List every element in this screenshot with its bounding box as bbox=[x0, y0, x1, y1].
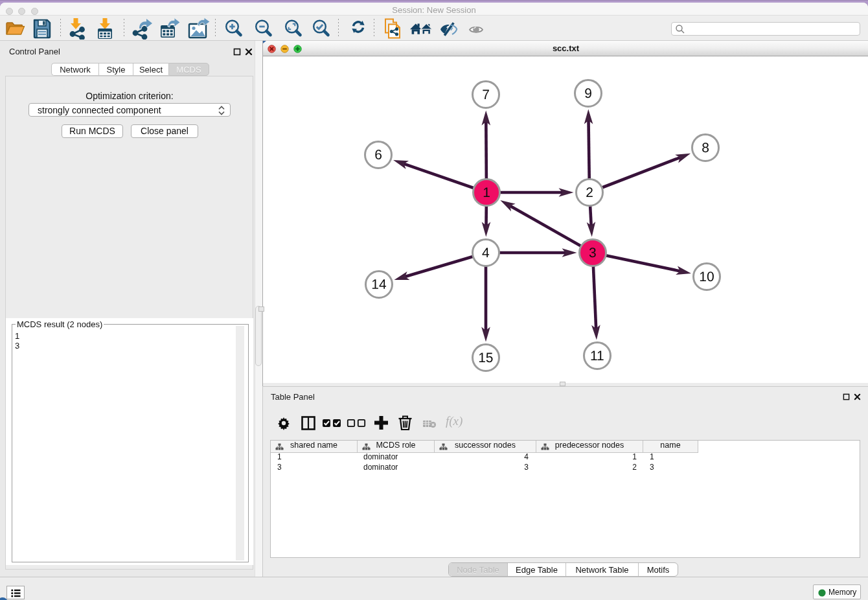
svg-text:15: 15 bbox=[478, 350, 493, 365]
svg-text:4: 4 bbox=[482, 245, 490, 260]
svg-text:3: 3 bbox=[589, 245, 597, 260]
svg-text:6: 6 bbox=[374, 147, 382, 162]
svg-text:11: 11 bbox=[590, 348, 604, 363]
svg-text:14: 14 bbox=[371, 277, 387, 292]
svg-text:9: 9 bbox=[584, 86, 592, 100]
svg-text:7: 7 bbox=[482, 87, 490, 102]
svg-text:1: 1 bbox=[483, 185, 490, 200]
svg-text:2: 2 bbox=[586, 185, 593, 200]
svg-text:10: 10 bbox=[699, 269, 714, 284]
svg-text:8: 8 bbox=[702, 140, 709, 155]
